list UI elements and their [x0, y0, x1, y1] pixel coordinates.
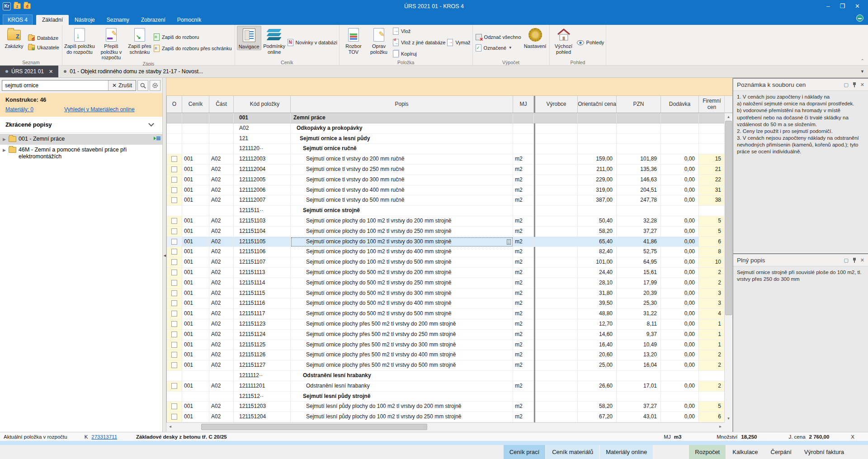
vloz-jine-button[interactable]: d→ Vlož z jiné databáze [393, 39, 445, 46]
cell-dod[interactable]: 0,00 [661, 298, 699, 309]
cell-kod[interactable]: 121151123 [234, 319, 291, 330]
cell-pzn[interactable] [617, 123, 661, 134]
cell-kod[interactable]: 001 [234, 113, 291, 123]
cell-fir[interactable]: 4 [699, 309, 724, 319]
cell-kod[interactable]: 121112006 [234, 185, 291, 196]
table-row[interactable]: 001A02121151115Sejmutí ornice plochy do … [167, 289, 724, 299]
cell-vyr[interactable] [535, 309, 578, 319]
cell-popis[interactable]: Sejmutí ornice plochy přes 500 m2 tl vrs… [291, 330, 513, 340]
cell-vyr[interactable] [535, 412, 578, 422]
cell-fir[interactable] [699, 123, 724, 134]
cell-cast[interactable]: A02 [209, 257, 234, 268]
cell-fir[interactable]: 6 [699, 237, 724, 247]
cell-ori[interactable] [578, 371, 617, 381]
cell-cast[interactable]: A02 [209, 154, 234, 165]
cell-cenik[interactable] [182, 392, 209, 402]
cell-o[interactable] [167, 134, 182, 144]
cell-mj[interactable]: m2 [513, 360, 534, 371]
cell-o[interactable] [167, 360, 182, 371]
cell-vyr[interactable] [535, 113, 578, 123]
cell-o[interactable] [167, 309, 182, 319]
cell-mj[interactable]: m2 [513, 278, 534, 289]
cell-cenik[interactable]: 001 [182, 227, 209, 237]
cell-cenik[interactable]: 001 [182, 298, 209, 309]
row-checkbox[interactable] [171, 383, 177, 389]
row-checkbox[interactable] [171, 300, 177, 306]
cell-popis[interactable]: Sejmutí ornice plochy do 500 m2 tl vrstv… [291, 289, 513, 299]
row-checkbox[interactable] [171, 362, 177, 368]
cell-fir[interactable]: 21 [699, 165, 724, 175]
cell-vyr[interactable] [535, 298, 578, 309]
cell-cenik[interactable] [182, 144, 209, 154]
table-row[interactable]: 001A02121151103Sejmutí ornice plochy do … [167, 216, 724, 227]
cell-popis[interactable]: Sejmutí ornice plochy do 500 m2 tl vrstv… [291, 268, 513, 278]
cell-kod[interactable]: 121151125 [234, 340, 291, 350]
cell-kod[interactable]: 121151116 [234, 298, 291, 309]
col-header-mj[interactable]: MJ [513, 96, 534, 113]
cell-ori[interactable]: 39,50 [578, 298, 617, 309]
insert-list-icon[interactable] [154, 137, 160, 140]
item-code-link[interactable]: 273313711 [91, 434, 117, 440]
cell-popis[interactable]: Sejmutí ornice tl vrstvy do 250 mm ručně [291, 165, 513, 175]
tab-cenik-praci[interactable]: Ceník prací [504, 445, 545, 459]
cell-mj[interactable]: m2 [513, 195, 534, 206]
cell-fir[interactable]: 8 [699, 247, 724, 257]
cell-mj[interactable]: m2 [513, 298, 534, 309]
zakazky-button[interactable]: Z Zakázky [2, 26, 26, 49]
cell-ori[interactable]: 159,00 [578, 154, 617, 165]
col-header-cenik[interactable]: Ceník [182, 96, 209, 113]
oprav-polozku-button[interactable]: ✎ Oprav položku [367, 26, 391, 55]
cell-fir[interactable] [699, 113, 724, 123]
cell-o[interactable] [167, 402, 182, 412]
cell-o[interactable] [167, 185, 182, 196]
tab-zakladni[interactable]: Základní [36, 15, 69, 25]
cell-cenik[interactable] [182, 134, 209, 144]
col-header-orientacni[interactable]: Orientační cena [578, 96, 617, 113]
scroll-right-icon[interactable]: ► [717, 425, 724, 429]
cell-cast[interactable]: A02 [209, 278, 234, 289]
cell-cast[interactable] [209, 134, 234, 144]
cell-popis[interactable]: Sejmutí ornice tl vrstvy do 200 mm ručně [291, 154, 513, 165]
cell-ori[interactable] [578, 206, 617, 216]
cell-ori[interactable] [578, 123, 617, 134]
cell-fir[interactable]: 5 [699, 402, 724, 412]
cell-vyr[interactable] [535, 330, 578, 340]
cell-mj[interactable]: m2 [513, 237, 534, 247]
cell-o[interactable] [167, 123, 182, 134]
table-row[interactable]: 001A02121151117Sejmutí ornice plochy do … [167, 309, 724, 319]
cell-vyr[interactable] [535, 144, 578, 154]
cell-cast[interactable]: A02 [209, 360, 234, 371]
cell-fir[interactable]: 2 [699, 381, 724, 392]
cell-popis[interactable]: Sejmutí ornice plochy přes 500 m2 tl vrs… [291, 360, 513, 371]
cell-fir[interactable]: 6 [699, 412, 724, 422]
cell-ori[interactable]: 101,00 [578, 257, 617, 268]
table-row[interactable]: 001A02121151116Sejmutí ornice plochy do … [167, 298, 724, 309]
table-row[interactable]: 001A02121112006Sejmutí ornice tl vrstvy … [167, 185, 724, 196]
cell-kod[interactable]: A02 [234, 123, 291, 134]
cell-cast[interactable]: A02 [209, 216, 234, 227]
cell-o[interactable] [167, 412, 182, 422]
cell-fir[interactable] [699, 144, 724, 154]
cell-popis[interactable]: Sejmutí ornice plochy přes 500 m2 tl vrs… [291, 340, 513, 350]
table-row[interactable]: 001A02121112003Sejmutí ornice tl vrstvy … [167, 154, 724, 165]
vychozi-pohled-button[interactable]: Výchozí pohled [552, 26, 576, 55]
table-row[interactable]: 001A02121151125Sejmutí ornice plochy pře… [167, 340, 724, 350]
cell-vyr[interactable] [535, 402, 578, 412]
cell-cast[interactable]: A02 [209, 309, 234, 319]
cell-ori[interactable]: 14,60 [578, 330, 617, 340]
row-checkbox[interactable] [171, 290, 177, 296]
cell-kod[interactable]: 121112005 [234, 175, 291, 185]
cell-pzn[interactable]: 41,86 [617, 237, 661, 247]
cell-mj[interactable]: m2 [513, 340, 534, 350]
cell-mj[interactable]: m2 [513, 330, 534, 340]
cell-kod[interactable]: 121151124 [234, 330, 291, 340]
cell-vyr[interactable] [535, 319, 578, 330]
cell-o[interactable] [167, 350, 182, 360]
cell-cenik[interactable]: 001 [182, 237, 209, 247]
cell-o[interactable] [167, 340, 182, 350]
table-group-row[interactable]: 1211120··Sejmutí ornice ručně [167, 144, 724, 154]
cell-cast[interactable] [209, 113, 234, 123]
cell-o[interactable] [167, 330, 182, 340]
cell-ori[interactable]: 16,40 [578, 340, 617, 350]
table-group-row[interactable]: 1211512··Sejmutí lesní půdy strojně [167, 392, 724, 402]
